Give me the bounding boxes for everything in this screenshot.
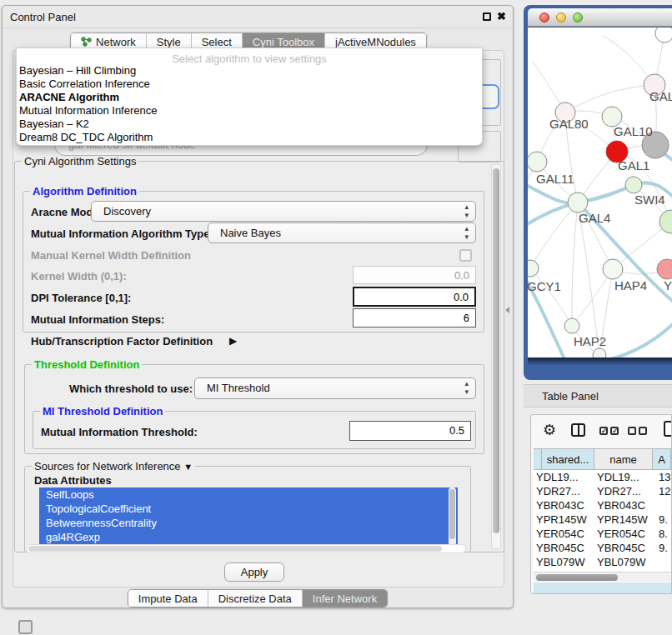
algorithm-option[interactable]: Mutual Information Inference (17, 104, 482, 118)
network-window-titlebar[interactable] (528, 8, 672, 27)
combo-arrows-icon: ▴▾ (464, 379, 469, 396)
sources-title[interactable]: Sources for Network Inference ▼ (32, 460, 195, 472)
data-attributes-list[interactable]: SelfLoops TopologicalCoefficient Between… (39, 488, 458, 546)
mac-close-button[interactable] (539, 12, 549, 22)
column-header-name[interactable]: name (594, 449, 653, 469)
window-title: Control Panel (10, 11, 76, 23)
scrollbar-thumb[interactable] (493, 168, 499, 533)
node-label: GAL (649, 89, 672, 103)
table-row[interactable]: YDR27...YDR27...12 (534, 484, 671, 498)
column-header-partial[interactable]: A (653, 449, 671, 469)
algorithm-option[interactable]: Bayesian – K2 (17, 118, 482, 131)
expand-right-icon[interactable]: ▶ (229, 335, 237, 347)
network-canvas[interactable]: GAL GAL80 GAL10 GAL1 GAL11 GAL4 SWI4 GCY… (528, 28, 672, 358)
network-icon (81, 37, 92, 47)
node-unlabeled-top[interactable] (655, 28, 672, 42)
select-all-icon[interactable]: ✓ ✓ (599, 427, 619, 435)
mi-type-label: Mutual Information Algorithm Type: (31, 228, 213, 240)
combo-arrows-icon: ▴▾ (464, 202, 469, 219)
node-gal11[interactable] (528, 152, 547, 172)
mi-steps-field[interactable]: 6 (353, 308, 476, 328)
table-panel-title: Table Panel (542, 390, 599, 402)
dropdown-placeholder: Select algorithm to view settings (17, 48, 482, 64)
control-panel-titlebar: Control Panel ✖ (3, 6, 513, 28)
window-inner-shadow (528, 358, 672, 366)
node-label: GAL80 (549, 117, 589, 131)
mac-zoom-button[interactable] (573, 12, 583, 22)
float-window-icon[interactable] (483, 12, 491, 21)
algorithm-option[interactable]: Bayesian – Hill Climbing (17, 64, 482, 78)
dpi-tolerance-label: DPI Tolerance [0,1]: (31, 292, 131, 304)
algorithm-option[interactable]: Basic Correlation Inference (17, 78, 482, 91)
dpi-tolerance-field[interactable]: 0.0 (353, 287, 476, 307)
kernel-width-field: 0.0 (353, 266, 476, 284)
table-horizontal-scrollbar[interactable] (534, 572, 671, 582)
attribute-list-scrollbar[interactable] (449, 488, 456, 546)
column-chooser-icon[interactable] (571, 423, 585, 437)
node-gcy1[interactable] (528, 260, 539, 277)
node-label: GAL11 (536, 172, 574, 186)
deselect-all-icon[interactable] (628, 427, 647, 435)
node-label: GCY1 (528, 279, 561, 293)
table-row[interactable]: YBR043CYBR043C (534, 498, 671, 512)
tab-network-label: Network (96, 36, 136, 48)
algorithm-dropdown-list: Select algorithm to view settings Bayesi… (16, 48, 483, 146)
combo-arrows-icon: ▴▾ (464, 224, 469, 241)
table-row[interactable]: YER054CYER054C8. (534, 527, 671, 541)
column-header-shared-name[interactable]: shared... (542, 449, 594, 469)
group-title: Cyni Algorithm Settings (22, 155, 138, 168)
control-panel-window: Control Panel ✖ Network Style Select Cyn… (2, 5, 514, 608)
panel-splitter-handle[interactable] (505, 307, 509, 313)
document-icon[interactable] (664, 421, 672, 437)
node-unlabeled-bottom[interactable] (593, 348, 606, 358)
node-label: HAP4 (614, 278, 647, 292)
tab-infer-network[interactable]: Infer Network (302, 590, 387, 607)
scrollbar-thumb[interactable] (28, 546, 442, 552)
node-swi4[interactable] (625, 177, 642, 193)
node-hap4[interactable] (603, 259, 623, 279)
mi-type-combo[interactable]: Naive Bayes ▴▾ (208, 222, 476, 243)
node-gal4[interactable] (568, 192, 588, 212)
node-salmon[interactable] (657, 259, 672, 279)
which-threshold-label: Which threshold to use: (69, 382, 193, 395)
table-row[interactable]: YPR145WYPR145W9. (534, 512, 671, 527)
row-selector-header[interactable] (534, 449, 542, 469)
section-title: Threshold Definition (32, 358, 142, 371)
table-panel: ⚙ ✓ ✓ shared... name A YDL19...YDL19...1… (530, 414, 672, 594)
which-threshold-combo[interactable]: MI Threshold ▴▾ (194, 378, 476, 399)
table-footer-strip (534, 582, 671, 594)
mi-threshold-label: Mutual Information Threshold: (41, 426, 198, 438)
table-row[interactable]: YBL079WYBL079W (534, 555, 671, 569)
gear-icon[interactable]: ⚙ (543, 421, 556, 439)
table-row[interactable]: YDL19...YDL19...13 (534, 470, 671, 484)
attribute-item-selected[interactable]: TopologicalCoefficient (39, 502, 458, 516)
tab-impute-data[interactable]: Impute Data (128, 590, 208, 607)
settings-scrollbar[interactable] (491, 164, 501, 549)
node-label: HAP2 (574, 334, 606, 348)
attribute-item-selected[interactable]: SelfLoops (39, 488, 458, 502)
apply-button[interactable]: Apply (224, 562, 284, 582)
collapse-down-icon: ▼ (183, 462, 193, 472)
hub-definition-label[interactable]: Hub/Transcription Factor Definition (31, 335, 213, 348)
mi-threshold-field[interactable]: 0.5 (349, 421, 471, 441)
table-row[interactable]: YBR045CYBR045C9. (534, 541, 671, 555)
kernel-width-label: Kernel Width (0,1): (31, 270, 127, 282)
mac-minimize-button[interactable] (556, 12, 566, 22)
node-label: SWI4 (634, 192, 665, 207)
table-panel-titlebar: Table Panel (524, 384, 672, 408)
sources-horizontal-scrollbar[interactable] (26, 544, 466, 553)
manual-kernel-checkbox[interactable] (459, 249, 472, 262)
collapsed-panel-icon[interactable] (18, 620, 33, 634)
algorithm-option[interactable]: Dream8 DC_TDC Algorithm (17, 131, 482, 144)
aracne-mode-combo[interactable]: Discovery ▴▾ (91, 201, 476, 222)
section-title: MI Threshold Definition (40, 405, 165, 418)
algorithm-option-selected[interactable]: ARACNE Algorithm (17, 91, 482, 104)
mi-steps-label: Mutual Information Steps: (31, 313, 164, 326)
node-label: Y (664, 278, 672, 292)
node-hap2[interactable] (564, 318, 579, 333)
close-icon[interactable]: ✖ (497, 10, 506, 22)
scrollbar-thumb[interactable] (536, 574, 618, 581)
attribute-item-selected[interactable]: gal4RGexp (39, 530, 458, 544)
tab-discretize-data[interactable]: Discretize Data (208, 590, 302, 607)
attribute-item-selected[interactable]: BetweennessCentrality (39, 516, 458, 530)
